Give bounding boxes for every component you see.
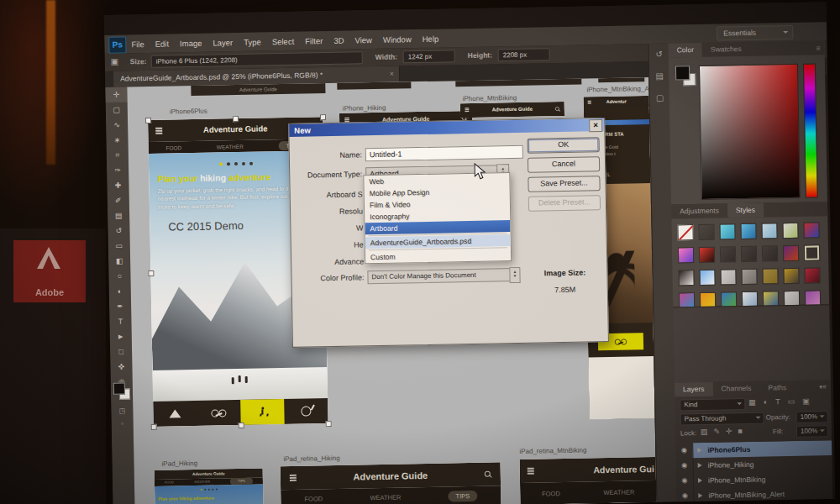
selection-handle[interactable] [326, 421, 332, 427]
dropdown-item-custom[interactable]: Custom [365, 249, 511, 263]
style-swatch[interactable] [677, 224, 693, 240]
style-swatch[interactable] [782, 223, 798, 239]
style-swatch[interactable] [761, 223, 777, 239]
style-swatch[interactable] [720, 246, 736, 262]
tab-layers[interactable]: Layers [675, 382, 713, 397]
lasso-tool[interactable]: ∿ [106, 117, 128, 132]
selection-handle[interactable] [151, 424, 157, 430]
lock-all-icon[interactable]: ■ [738, 427, 743, 435]
type-tool[interactable]: T [109, 313, 131, 328]
layer-visibility-eye-icon[interactable]: ◉ [675, 443, 693, 458]
width-field[interactable]: 1242 px [403, 50, 455, 63]
ok-button[interactable]: OK [528, 137, 600, 154]
style-swatch[interactable] [698, 224, 714, 240]
nav-item-weather[interactable]: WEATHER [603, 488, 634, 496]
eraser-tool[interactable]: ▭ [108, 238, 130, 253]
gradient-tool[interactable]: ◧ [108, 253, 130, 268]
artboard-ipad-retina-hiking[interactable]: Adventure Guide FOODWEATHERTIPS [281, 462, 501, 504]
style-swatch[interactable] [762, 245, 778, 261]
foreground-background-colors[interactable] [113, 382, 130, 399]
menu-select[interactable]: Select [272, 36, 295, 45]
layer-visibility-eye-icon[interactable]: ◉ [676, 473, 694, 488]
filter-type-layers-icon[interactable]: T [775, 397, 780, 406]
opacity-field[interactable]: 100% [796, 411, 828, 423]
menu-layer[interactable]: Layer [213, 38, 233, 47]
tab-styles[interactable]: Styles [727, 203, 764, 218]
nav-item-food[interactable]: FOOD [165, 480, 174, 484]
menu-edit[interactable]: Edit [155, 39, 170, 48]
style-swatch[interactable] [783, 268, 799, 284]
panel-menu-icon[interactable]: ≡ [816, 44, 820, 52]
hue-slider[interactable] [803, 63, 818, 197]
layer-expand-icon[interactable] [697, 448, 701, 453]
selection-handle[interactable] [145, 118, 151, 123]
layer-row-iphone_mtnbiking_alert[interactable]: ◉iPhone_MtnBiking_Alert [676, 486, 832, 501]
layer-filter-kind-select[interactable]: Kind [680, 398, 745, 411]
clone-stamp-tool[interactable]: ▤ [108, 207, 129, 223]
style-swatch[interactable] [741, 246, 757, 262]
eyedropper-tool[interactable]: ✑ [107, 162, 129, 177]
style-swatch[interactable] [719, 223, 735, 239]
selection-handle[interactable] [148, 270, 154, 276]
tab-close-icon[interactable]: × [390, 66, 395, 82]
history-brush-tool[interactable]: ↺ [108, 223, 129, 238]
dodge-tool[interactable]: ◐ [109, 283, 131, 298]
artboard-label-ipad-retina-mtnbiking[interactable]: iPad_retina_MtnBiking [519, 446, 586, 454]
filter-smart-objects-icon[interactable]: ▣ [802, 397, 810, 406]
color-fg-bg-swatches[interactable] [675, 66, 696, 86]
menu-view[interactable]: View [354, 35, 372, 45]
selection-handle[interactable] [320, 114, 326, 120]
hamburger-icon[interactable] [155, 128, 162, 129]
hiking-tab-icon[interactable] [240, 399, 285, 425]
lock-position-icon[interactable]: ✛ [726, 427, 732, 435]
tab-swatches[interactable]: Swatches [702, 42, 750, 57]
tab-channels[interactable]: Channels [712, 381, 759, 396]
dialog-close-button[interactable]: × [589, 119, 602, 132]
workspace-switcher[interactable]: Essentials [717, 25, 793, 41]
properties-panel-icon[interactable]: ▤ [649, 66, 669, 87]
style-swatch[interactable] [741, 269, 757, 285]
color-saturation-gradient[interactable] [699, 64, 801, 200]
tab-color[interactable]: Color [668, 43, 702, 58]
biking-tab-icon[interactable] [197, 400, 241, 426]
style-swatch[interactable] [678, 270, 694, 286]
artboard-ipad-hiking[interactable]: Adventure Guide FOODWEATHERTIPS Plan you… [155, 469, 264, 504]
layer-visibility-eye-icon[interactable]: ◉ [676, 458, 694, 473]
style-swatch[interactable] [803, 222, 819, 238]
menu-image[interactable]: Image [180, 38, 202, 47]
artboard-iphone-mtnbiking[interactable]: Adventure Guide [460, 102, 564, 118]
cancel-button[interactable]: Cancel [528, 156, 600, 173]
nav-item-food[interactable]: FOOD [542, 490, 560, 497]
artboard-label-ipad-hiking[interactable]: iPad_Hiking [161, 459, 197, 468]
history-panel-icon[interactable]: ↺ [648, 44, 669, 66]
nav-item-weather[interactable]: WEATHER [194, 480, 210, 484]
selection-handle[interactable] [233, 116, 239, 122]
layer-visibility-eye-icon[interactable]: ◉ [676, 488, 694, 501]
filter-adjustment-layers-icon[interactable]: ◐ [764, 398, 769, 407]
style-swatch[interactable] [783, 245, 799, 261]
style-swatch[interactable] [699, 270, 715, 286]
nav-item-weather[interactable]: WEATHER [217, 143, 244, 150]
style-swatch[interactable] [678, 247, 694, 263]
menu-filter[interactable]: Filter [305, 36, 323, 45]
height-field[interactable]: 2208 px [498, 48, 550, 61]
marquee-tool[interactable]: ▢ [106, 102, 128, 117]
lock-paint-icon[interactable]: ✎ [713, 428, 720, 436]
panel-menu-icon[interactable]: ▾≡ [819, 383, 827, 391]
layer-expand-icon[interactable] [698, 463, 702, 468]
pen-tool[interactable]: ✒ [109, 298, 131, 313]
diving-tab-icon[interactable] [284, 398, 328, 424]
name-input[interactable]: Untitled-1 [365, 145, 523, 161]
nav-item-weather[interactable]: WEATHER [370, 494, 401, 502]
healing-brush-tool[interactable]: ✚ [107, 177, 129, 192]
blur-tool[interactable]: ○ [108, 268, 130, 283]
artboard-label-iphone-hiking[interactable]: iPhone_Hiking [343, 104, 386, 113]
artboard-label-ipad-retina-hiking[interactable]: iPad_retina_Hiking [283, 454, 339, 463]
move-tool[interactable]: ✛ [105, 87, 127, 102]
fill-field[interactable]: 100% [796, 425, 828, 438]
menu-3d[interactable]: 3D [333, 35, 344, 45]
tab-paths[interactable]: Paths [759, 381, 795, 396]
layer-expand-icon[interactable] [698, 478, 702, 483]
foreground-color-swatch[interactable] [113, 383, 125, 395]
artboard-ipad-retina-mtnbiking[interactable]: Adventure Gui FOODWEATHER [520, 457, 657, 504]
